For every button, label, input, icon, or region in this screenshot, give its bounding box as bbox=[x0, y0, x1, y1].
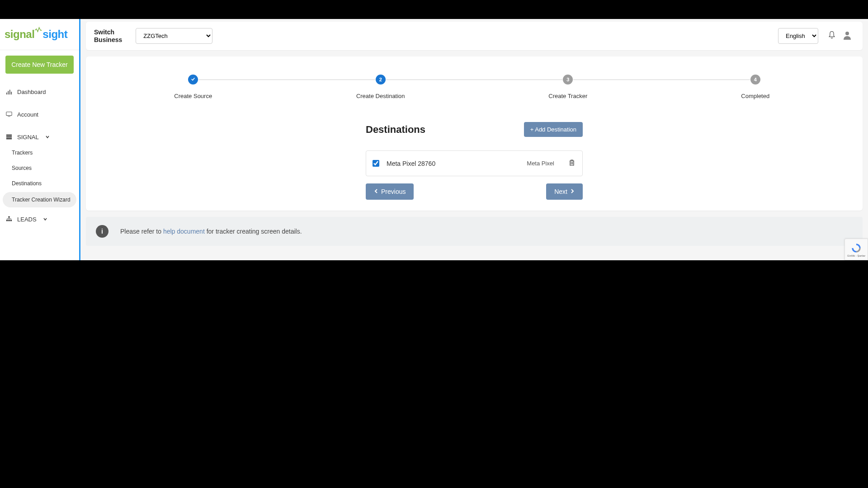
destinations-section: Destinations + Add Destination Meta Pixe… bbox=[352, 122, 596, 200]
svg-rect-10 bbox=[6, 220, 8, 221]
step-create-tracker: 3 Create Tracker bbox=[474, 75, 658, 99]
step-create-source: Create Source bbox=[99, 75, 287, 99]
step-label: Create Tracker bbox=[548, 93, 587, 99]
sidebar-item-label: Tracker Creation Wizard bbox=[12, 197, 71, 203]
add-destination-button[interactable]: + Add Destination bbox=[524, 122, 583, 137]
section-header: Destinations + Add Destination bbox=[366, 122, 583, 137]
sidebar-section-label: SIGNAL bbox=[17, 134, 39, 141]
step-connector bbox=[198, 80, 375, 80]
previous-button[interactable]: Previous bbox=[366, 183, 414, 200]
trash-icon bbox=[569, 161, 575, 168]
sidebar-item-trackers[interactable]: Trackers bbox=[0, 145, 79, 160]
sitemap-icon bbox=[5, 216, 13, 223]
sidebar-item-destinations[interactable]: Destinations bbox=[0, 176, 79, 191]
bar-chart-icon bbox=[5, 88, 13, 95]
logo-wave-icon bbox=[34, 24, 42, 37]
button-label: Next bbox=[554, 188, 567, 195]
sidebar-section-signal[interactable]: SIGNAL bbox=[0, 129, 79, 145]
main-area: Switch Business ZZGTech English bbox=[80, 19, 658, 260]
chevron-right-icon bbox=[570, 188, 575, 195]
logo: signalsight bbox=[0, 19, 79, 50]
svg-rect-3 bbox=[11, 92, 12, 94]
monitor-icon bbox=[5, 111, 13, 118]
sidebar-item-dashboard[interactable]: Dashboard bbox=[0, 84, 79, 100]
help-document-link[interactable]: help document bbox=[163, 228, 205, 235]
info-text: Please refer to help document for tracke… bbox=[120, 228, 302, 235]
switch-label-line2: Business bbox=[94, 36, 122, 44]
step-circle: 2 bbox=[376, 75, 386, 84]
step-label: Create Destination bbox=[356, 93, 405, 99]
switch-business-label: Switch Business bbox=[94, 28, 122, 44]
delete-destination-button[interactable] bbox=[568, 158, 576, 169]
nav-list: Dashboard Account SIGNAL Trackers Source… bbox=[0, 84, 79, 227]
svg-rect-8 bbox=[6, 138, 12, 140]
wizard-nav-buttons: Previous Next bbox=[366, 183, 583, 200]
destination-row: Meta Pixel 28760 Meta Pixel bbox=[366, 150, 583, 176]
sidebar-item-label: Sources bbox=[12, 165, 32, 171]
logo-text-signal: signal bbox=[5, 28, 34, 40]
create-new-tracker-button[interactable]: Create New Tracker bbox=[5, 56, 74, 74]
sidebar-item-label: Destinations bbox=[12, 180, 42, 187]
svg-rect-1 bbox=[8, 91, 9, 94]
step-create-destination: 2 Create Destination bbox=[287, 75, 475, 99]
svg-rect-7 bbox=[6, 136, 12, 138]
sidebar-item-account[interactable]: Account bbox=[0, 106, 79, 122]
svg-rect-5 bbox=[8, 116, 10, 117]
step-connector bbox=[386, 80, 563, 80]
destination-checkbox[interactable] bbox=[373, 160, 379, 167]
check-icon bbox=[191, 77, 195, 82]
section-title: Destinations bbox=[366, 124, 425, 136]
sidebar-item-label: Dashboard bbox=[17, 89, 46, 95]
chevron-down-icon bbox=[45, 134, 50, 141]
info-icon: i bbox=[96, 225, 108, 238]
sidebar-item-tracker-creation-wizard[interactable]: Tracker Creation Wizard bbox=[3, 192, 76, 207]
sidebar: signalsight Create New Tracker Dashboard… bbox=[0, 19, 80, 260]
logo-text-sight: sight bbox=[42, 28, 67, 40]
info-pre: Please refer to bbox=[120, 228, 163, 235]
step-circle: 3 bbox=[563, 75, 573, 84]
next-button[interactable]: Next bbox=[546, 183, 583, 200]
svg-rect-6 bbox=[6, 135, 12, 136]
destination-type: Meta Pixel bbox=[527, 160, 554, 167]
chevron-down-icon bbox=[43, 216, 47, 223]
svg-rect-0 bbox=[6, 93, 7, 94]
info-post: for tracker creating screen details. bbox=[205, 228, 302, 235]
step-connector bbox=[573, 80, 658, 80]
button-label: Previous bbox=[381, 188, 406, 195]
destination-name: Meta Pixel 28760 bbox=[387, 160, 527, 167]
sidebar-item-label: Account bbox=[17, 111, 38, 118]
sidebar-section-label: LEADS bbox=[17, 216, 37, 223]
sidebar-section-leads[interactable]: LEADS bbox=[0, 211, 79, 227]
topbar: Switch Business ZZGTech English bbox=[86, 22, 658, 50]
sidebar-item-label: Trackers bbox=[12, 150, 33, 156]
step-label: Create Source bbox=[174, 93, 212, 99]
switch-label-line1: Switch bbox=[94, 28, 122, 36]
svg-rect-12 bbox=[10, 220, 12, 221]
svg-rect-9 bbox=[8, 216, 10, 218]
server-icon bbox=[5, 133, 13, 141]
sidebar-item-sources[interactable]: Sources bbox=[0, 160, 79, 176]
svg-rect-4 bbox=[6, 112, 12, 116]
chevron-left-icon bbox=[374, 188, 378, 195]
svg-rect-2 bbox=[9, 90, 10, 95]
wizard-card: Create Source 2 Create Destination 3 Cre… bbox=[86, 56, 658, 211]
business-select[interactable]: ZZGTech bbox=[136, 28, 212, 44]
step-circle bbox=[188, 75, 198, 84]
stepper: Create Source 2 Create Destination 3 Cre… bbox=[99, 75, 658, 99]
info-bar: i Please refer to help document for trac… bbox=[86, 217, 658, 246]
svg-rect-11 bbox=[8, 220, 10, 221]
